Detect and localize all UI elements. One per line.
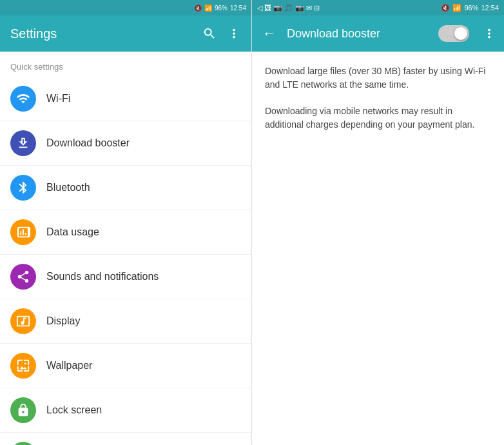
more-icon-left[interactable]: [227, 26, 241, 41]
wifi-label: Wi-Fi: [46, 93, 70, 104]
wifi-icon: [16, 92, 30, 106]
sidebar-item-notification-panel[interactable]: Notification panel: [0, 433, 251, 445]
data-usage-label: Data usage: [46, 226, 99, 238]
download-booster-icon-bg: [10, 130, 36, 156]
bluetooth-label: Bluetooth: [46, 182, 90, 193]
search-icon[interactable]: [202, 26, 217, 41]
right-status-bar: ◁ 🖼 📷 🎵 📷 ✉ ⊟ 🔇 📶 96% 12:54: [252, 0, 504, 15]
back-button[interactable]: ←: [260, 23, 279, 44]
battery-text: 96%: [215, 5, 228, 12]
display-label: Display: [46, 315, 80, 327]
settings-list: Wi-Fi Download booster Bluetooth: [0, 77, 251, 445]
right-status-right-icons: 🔇 📶 96% 12:54: [441, 4, 499, 12]
right-battery-text: 96%: [464, 4, 478, 12]
sidebar-item-sounds[interactable]: Sounds and notifications: [0, 255, 251, 299]
left-status-icons: 🔇 📶 96% 12:54: [194, 5, 246, 12]
download-booster-label: Download booster: [46, 137, 130, 149]
sounds-icon: [16, 270, 30, 284]
download-booster-toggle[interactable]: [438, 25, 469, 42]
quick-settings-label: Quick settings: [0, 52, 251, 77]
lock-screen-label: Lock screen: [46, 404, 102, 416]
sidebar-item-display[interactable]: Display: [0, 299, 251, 344]
data-usage-icon-bg: [10, 219, 36, 245]
notification-panel-icon-bg: [10, 442, 36, 445]
bluetooth-icon: [16, 181, 30, 195]
sounds-icon-bg: [10, 264, 36, 290]
time-left: 12:54: [230, 5, 246, 12]
description-2: Downloading via mobile networks may resu…: [265, 104, 491, 132]
right-panel: ◁ 🖼 📷 🎵 📷 ✉ ⊟ 🔇 📶 96% 12:54 ← Download b…: [252, 0, 504, 445]
left-panel: 🔇 📶 96% 12:54 Settings Quick settings: [0, 0, 252, 445]
sidebar-item-data-usage[interactable]: Data usage: [0, 210, 251, 255]
settings-title: Settings: [10, 26, 57, 41]
left-status-bar: 🔇 📶 96% 12:54: [0, 0, 251, 15]
right-mute-icon: 🔇: [441, 4, 450, 12]
toggle-thumb: [454, 27, 467, 40]
display-icon-bg: [10, 308, 36, 334]
mute-icon: 🔇: [194, 5, 202, 12]
toggle-track: [438, 25, 469, 42]
display-icon: [16, 314, 30, 328]
sidebar-item-wifi[interactable]: Wi-Fi: [0, 77, 251, 121]
wifi-status-icon: 📶: [204, 5, 212, 12]
download-booster-title: Download booster: [287, 27, 431, 41]
more-icon-right[interactable]: [482, 26, 496, 41]
sidebar-item-download-booster[interactable]: Download booster: [0, 121, 251, 166]
right-header: ← Download booster: [252, 15, 504, 52]
right-time: 12:54: [481, 4, 499, 12]
wallpaper-icon-bg: [10, 353, 36, 379]
sidebar-item-lock-screen[interactable]: Lock screen: [0, 388, 251, 433]
download-booster-content: Download large files (over 30 MB) faster…: [252, 52, 504, 445]
wifi-icon-bg: [10, 86, 36, 112]
lock-screen-icon: [16, 403, 30, 417]
sidebar-item-wallpaper[interactable]: Wallpaper: [0, 344, 251, 388]
description-1: Download large files (over 30 MB) faster…: [265, 64, 491, 92]
data-usage-icon: [16, 225, 30, 239]
bluetooth-icon-bg: [10, 175, 36, 201]
right-status-icons: ◁ 🖼 📷 🎵 📷 ✉ ⊟: [257, 4, 320, 12]
sidebar-item-bluetooth[interactable]: Bluetooth: [0, 166, 251, 210]
wallpaper-icon: [16, 359, 30, 373]
lock-screen-icon-bg: [10, 397, 36, 423]
left-header: Settings: [0, 15, 251, 52]
wallpaper-label: Wallpaper: [46, 360, 92, 371]
right-wifi-icon: 📶: [452, 4, 461, 12]
left-header-icons: [202, 26, 241, 41]
right-status-left-icons: ◁ 🖼 📷 🎵 📷 ✉ ⊟: [257, 4, 441, 12]
download-booster-icon: [16, 136, 30, 150]
sounds-label: Sounds and notifications: [46, 271, 159, 282]
